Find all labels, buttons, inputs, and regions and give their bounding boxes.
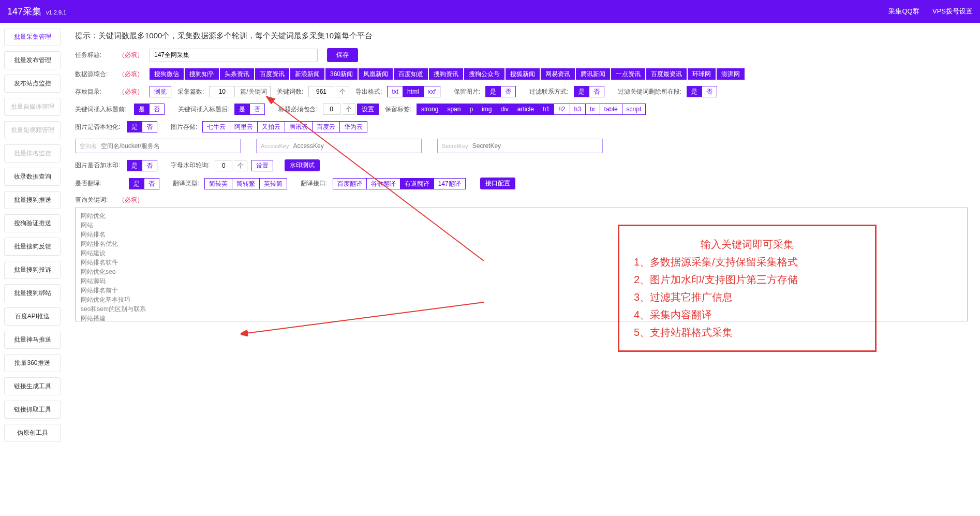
opt-no[interactable]: 否 [250, 104, 265, 115]
sidebar-item[interactable]: 批量搜狗投诉 [4, 261, 61, 279]
opt-yes[interactable]: 是 [234, 104, 250, 115]
source-tag[interactable]: 网易资讯 [541, 68, 575, 80]
sidebar-item[interactable]: 发布站点监控 [4, 75, 61, 93]
secret-key-input[interactable] [472, 142, 598, 150]
sidebar-item[interactable]: 批量搜狗推送 [4, 191, 61, 209]
link-vps-settings[interactable]: VPS拨号设置 [932, 7, 973, 15]
wm-rotate-input[interactable] [215, 160, 232, 171]
wm-rotate-set-button[interactable]: 设置 [251, 160, 273, 171]
filter-contact-toggle[interactable]: 是否 [574, 86, 604, 97]
opt-no[interactable]: 否 [702, 86, 717, 97]
translate-api-option[interactable]: 有道翻译 [400, 178, 434, 189]
keep-tag-option[interactable]: h3 [570, 104, 586, 115]
source-tag[interactable]: 百度资讯 [255, 68, 289, 80]
title-must-set-button[interactable]: 设置 [357, 104, 379, 115]
export-format-option[interactable]: txt [387, 86, 403, 97]
image-store-option[interactable]: 华为云 [340, 121, 367, 132]
image-store-option[interactable]: 七牛云 [202, 121, 230, 132]
sidebar-item[interactable]: 批量自媒体管理 [4, 98, 61, 116]
translate-api-option[interactable]: 百度翻译 [333, 178, 367, 189]
source-tag[interactable]: 新浪新闻 [290, 68, 324, 80]
source-tag[interactable]: 头条资讯 [220, 68, 254, 80]
source-tag[interactable]: 360新闻 [325, 68, 358, 80]
translate-type-option[interactable]: 英转简 [260, 178, 287, 189]
keep-tag-option[interactable]: table [600, 104, 622, 115]
opt-yes[interactable]: 是 [134, 104, 150, 115]
translate-api-option[interactable]: 谷歌翻译 [367, 178, 400, 189]
source-tag[interactable]: 搜狐新闻 [506, 68, 540, 80]
source-tag[interactable]: 环球网 [688, 68, 716, 80]
translate-api-option[interactable]: 147翻译 [434, 178, 466, 189]
link-qq-group[interactable]: 采集QQ群 [888, 7, 919, 15]
opt-no[interactable]: 否 [142, 121, 157, 132]
keep-tag-option[interactable]: p [465, 104, 478, 115]
translate-type-option[interactable]: 简转繁 [232, 178, 260, 189]
sidebar-item[interactable]: 链接生成工具 [4, 377, 61, 395]
source-tag[interactable]: 搜狗知乎 [185, 68, 219, 80]
image-store-option[interactable]: 阿里云 [230, 121, 258, 132]
keep-tag-option[interactable]: h1 [539, 104, 554, 115]
filter-kw-para-toggle[interactable]: 是否 [687, 86, 717, 97]
opt-yes[interactable]: 是 [127, 121, 142, 132]
opt-yes[interactable]: 是 [687, 86, 702, 97]
sidebar-item[interactable]: 批量发布管理 [4, 51, 61, 69]
opt-no[interactable]: 否 [589, 86, 604, 97]
sidebar-item[interactable]: 收录数据查询 [4, 168, 61, 186]
task-title-input[interactable] [150, 49, 318, 62]
source-tag[interactable]: 搜狗资讯 [429, 68, 463, 80]
keep-image-toggle[interactable]: 是否 [485, 86, 516, 97]
source-tag[interactable]: 搜狗公众号 [464, 68, 504, 80]
space-name-input[interactable] [101, 142, 236, 150]
insert-before-toggle[interactable]: 是否 [134, 104, 165, 115]
browse-button[interactable]: 浏览 [150, 86, 171, 97]
keep-tag-option[interactable]: div [496, 104, 513, 115]
img-local-toggle[interactable]: 是否 [127, 121, 157, 132]
sidebar-item[interactable]: 批量神马推送 [4, 331, 61, 349]
opt-no[interactable]: 否 [144, 178, 159, 189]
keep-tag-option[interactable]: article [513, 104, 539, 115]
source-tag[interactable]: 腾讯新闻 [576, 68, 610, 80]
opt-yes[interactable]: 是 [574, 86, 589, 97]
opt-no[interactable]: 否 [501, 86, 516, 97]
watermark-toggle[interactable]: 是否 [127, 160, 157, 171]
insert-after-toggle[interactable]: 是否 [234, 104, 265, 115]
image-store-option[interactable]: 腾讯云 [285, 121, 313, 132]
sidebar-item[interactable]: 伪原创工具 [4, 424, 61, 442]
source-tag[interactable]: 澎湃网 [717, 68, 745, 80]
collect-count-input[interactable] [209, 86, 235, 97]
opt-yes[interactable]: 是 [127, 160, 142, 171]
save-button[interactable]: 保存 [327, 48, 358, 62]
opt-yes[interactable]: 是 [129, 178, 144, 189]
keyword-count-input[interactable] [308, 86, 334, 97]
keep-tag-option[interactable]: strong [417, 104, 443, 115]
sidebar-item[interactable]: 批量采集管理 [4, 28, 61, 46]
source-tag[interactable]: 凤凰新闻 [359, 68, 393, 80]
keep-tag-option[interactable]: img [478, 104, 496, 115]
source-tag[interactable]: 搜狗微信 [150, 68, 184, 80]
access-key-input[interactable] [293, 142, 417, 150]
keep-tag-option[interactable]: script [622, 104, 646, 115]
sidebar-item[interactable]: 批量排名监控 [4, 144, 61, 163]
source-tag[interactable]: 百度最资讯 [646, 68, 687, 80]
image-store-option[interactable]: 又拍云 [258, 121, 285, 132]
source-tag[interactable]: 一点资讯 [611, 68, 645, 80]
source-tag[interactable]: 百度知道 [394, 68, 428, 80]
sidebar-item[interactable]: 搜狗验证推送 [4, 214, 61, 232]
export-format-option[interactable]: xxf [424, 86, 440, 97]
opt-no[interactable]: 否 [150, 104, 165, 115]
sidebar-item[interactable]: 批量搜狗绑站 [4, 284, 61, 302]
space-name-field[interactable]: 空间名 [75, 139, 241, 153]
opt-yes[interactable]: 是 [485, 86, 501, 97]
secret-key-field[interactable]: SecretKey [437, 139, 603, 153]
sidebar-item[interactable]: 链接抓取工具 [4, 401, 61, 419]
api-config-button[interactable]: 接口配置 [480, 178, 515, 189]
export-format-option[interactable]: html [403, 86, 424, 97]
sidebar-item[interactable]: 批量搜狗反馈 [4, 238, 61, 256]
keep-tag-option[interactable]: br [586, 104, 600, 115]
keep-tag-option[interactable]: h2 [554, 104, 570, 115]
sidebar-item[interactable]: 批量短视频管理 [4, 121, 61, 139]
translate-toggle[interactable]: 是否 [129, 178, 159, 189]
access-key-field[interactable]: AccessKey [256, 139, 422, 153]
image-store-option[interactable]: 百度云 [313, 121, 340, 132]
watermark-test-button[interactable]: 水印测试 [285, 159, 320, 171]
